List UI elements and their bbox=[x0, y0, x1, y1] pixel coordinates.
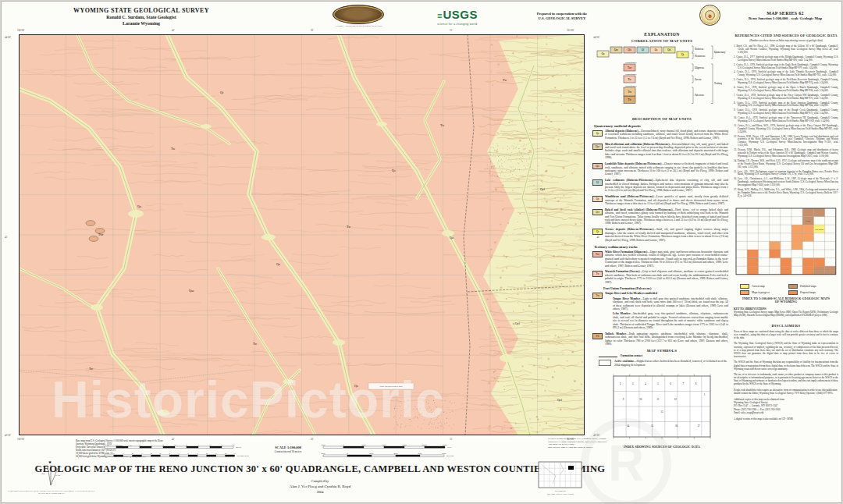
map-title: GEOLOGIC MAP OF THE RENO JUNCTION 30' x … bbox=[16, 463, 624, 475]
unit-description: Tongue River and Lebo Members undividedT… bbox=[605, 292, 728, 329]
reference-item: 14. Dunlap, C.E., Kremer, W.B., and West… bbox=[734, 160, 838, 169]
unit-description: Mixed alluvium and colluvium (Holocene/P… bbox=[605, 143, 728, 160]
unit-entry: TwrWhite River Formation (Oligocene)—Upp… bbox=[592, 250, 731, 268]
reference-list: 1. Boyd, C.S., and Ver Ploeg, A.J., 1998… bbox=[734, 45, 838, 197]
svg-text:2000: 2000 bbox=[322, 453, 326, 455]
svg-text:Unconformity: Unconformity bbox=[625, 85, 637, 87]
reference-item: 2. Coates, D.A., 1977, Surficial geologi… bbox=[734, 56, 838, 62]
disclaimer-paragraph: The Wyoming State Geological Survey (WSG… bbox=[734, 342, 838, 357]
svg-text:8: 8 bbox=[209, 444, 211, 446]
scale-label: SCALE 1:100,000 bbox=[259, 445, 317, 449]
map-series-title: Reno Junction 1:100,000 - scale Geologic… bbox=[734, 16, 837, 22]
svg-text:Twr: Twr bbox=[628, 66, 631, 69]
unit-chip: Qls bbox=[592, 163, 603, 169]
coordinate-label: 105°00' bbox=[567, 29, 574, 32]
coordinate-label: 45' bbox=[5, 236, 8, 239]
wsgs-logo-caption: "Geology — interpreting the past to prov… bbox=[311, 25, 407, 27]
disclaimer-paragraphs: Users of these maps are cautioned about … bbox=[734, 330, 838, 421]
svg-text:Qa: Qa bbox=[276, 262, 280, 266]
key-abbrev-text: Wyoming State Geological Survey maps: Ma… bbox=[734, 311, 838, 317]
svg-text:Qa: Qa bbox=[602, 52, 605, 55]
address-line: Email: sales_wsgs@uwyo.edu bbox=[734, 411, 838, 414]
unit-entry: QsWindblown sand (Holocene/Pleistocene)—… bbox=[592, 195, 731, 205]
svg-text:Gillette: Gillette bbox=[806, 220, 810, 222]
svg-text:Qcl: Qcl bbox=[557, 398, 563, 402]
wyoming-index-caption2: OF WYOMING bbox=[734, 300, 838, 303]
svg-text:4: 4 bbox=[151, 453, 152, 455]
unit-description: Wasatch Formation (Eocene)—Gray to buff … bbox=[605, 270, 728, 284]
svg-text:6000: 6000 bbox=[418, 453, 423, 455]
reference-item: 3. Coates, D.A., 1978, Surficial geologi… bbox=[734, 64, 838, 70]
agency-block: WYOMING STATE GEOLOGICAL SURVEY Ronald C… bbox=[30, 7, 253, 27]
state-geologist: Ronald C. Surdam, State Geologist bbox=[30, 15, 253, 21]
svg-text:11: 11 bbox=[657, 398, 660, 401]
svg-text:Reno Junction: Reno Junction bbox=[815, 228, 823, 229]
legend-item: Current map bbox=[740, 284, 784, 289]
svg-text:16: 16 bbox=[675, 424, 678, 428]
reference-item: 7. Coates, D.A., 1978, Surficial geologi… bbox=[734, 94, 838, 101]
reference-item: 13. Denson, N.M., Macke, D.L., and Schum… bbox=[734, 149, 838, 158]
svg-text:Oligocene: Oligocene bbox=[695, 66, 705, 69]
unit-description: Tullock Member—Drab appearing massive sa… bbox=[605, 332, 728, 346]
svg-text:Qcl: Qcl bbox=[515, 321, 521, 325]
legend-item: Maps in progress bbox=[740, 290, 784, 295]
disclaimer-paragraph: The WSGS and the State of Wyoming discla… bbox=[734, 360, 838, 370]
agency-city: Laramie Wyoming bbox=[30, 21, 253, 27]
legend-label: Proposed maps bbox=[800, 291, 816, 294]
svg-text:10000: 10000 bbox=[382, 444, 387, 446]
unit-entry: TftTullock Member—Drab appearing massive… bbox=[592, 332, 731, 346]
legend-swatch bbox=[740, 290, 749, 295]
svg-text:METERS: METERS bbox=[446, 455, 454, 457]
unit-description: Windblown sand (Holocene/Pleistocene)—Lo… bbox=[605, 195, 728, 205]
unit-chip: Twr bbox=[592, 251, 603, 257]
symbol-label: Formation contact bbox=[621, 354, 642, 357]
svg-text:Qt: Qt bbox=[681, 53, 684, 56]
svg-text:10: 10 bbox=[233, 444, 235, 446]
svg-text:Qac: Qac bbox=[614, 48, 619, 51]
svg-text:5: 5 bbox=[174, 444, 176, 446]
wyoming-index-legend: Current mapPublished mapsMaps in progres… bbox=[740, 284, 832, 295]
legend-swatch bbox=[788, 290, 798, 295]
description-title: DESCRIPTION OF MAP UNITS bbox=[592, 117, 731, 121]
unit-description: Baked and fossil rock (clinker) (Holocen… bbox=[605, 208, 728, 225]
unit-description: Lake sediments (Holocene/Pleistocene)—Ep… bbox=[605, 179, 728, 193]
svg-text:4000: 4000 bbox=[394, 453, 399, 455]
wsgs-oval-logo-icon bbox=[333, 5, 384, 24]
unit-entry: TfuTongue River and Lebo Members undivid… bbox=[592, 292, 731, 329]
reference-item: 15. Love, J.D., 1952, Preliminary report… bbox=[734, 171, 838, 177]
svg-text:Pleistocene: Pleistocene bbox=[695, 55, 706, 58]
legend-label: Current map bbox=[752, 285, 765, 288]
compilers: Alan J. Ver Ploeg and Cynthia R. Boyd bbox=[16, 484, 624, 490]
unit-chip: Ql bbox=[592, 179, 603, 186]
symbol-coal-mine: Active coal mine—Stippled areas where be… bbox=[599, 360, 731, 367]
reference-item: 16. Love, J.D., Christiansen, A.C., and … bbox=[734, 178, 838, 187]
svg-text:10: 10 bbox=[639, 398, 642, 401]
svg-text:17: 17 bbox=[698, 424, 701, 428]
svg-text:Tw: Tw bbox=[253, 342, 257, 346]
svg-text:North Antelope Rochelle Mine: North Antelope Rochelle Mine bbox=[379, 385, 403, 388]
svg-text:Qa: Qa bbox=[354, 384, 358, 388]
unit-descriptions: Quaternary surficial depositsQaAlluvial … bbox=[592, 124, 731, 346]
references-title: REFERENCES CITED AND SOURCES OF GEOLOGIC… bbox=[734, 34, 838, 38]
map-sheet: WYOMING STATE GEOLOGICAL SURVEY Ronald C… bbox=[1, 1, 842, 503]
stipple-swatch-icon bbox=[599, 360, 611, 366]
svg-text:15000: 15000 bbox=[402, 444, 407, 446]
coordinate-label: 15' bbox=[450, 438, 453, 441]
svg-text:20000: 20000 bbox=[422, 444, 428, 446]
unit-entry: QlLake sediments (Holocene/Pleistocene)—… bbox=[592, 179, 731, 193]
agency-name: WYOMING STATE GEOLOGICAL SURVEY bbox=[30, 7, 253, 15]
reference-item: 10. Coates, D.A., 1978, Surficial geolog… bbox=[734, 117, 838, 123]
unit-description: White River Formation (Oligocene)—Upper … bbox=[605, 250, 728, 268]
svg-text:Eocene: Eocene bbox=[695, 78, 702, 81]
svg-text:2: 2 bbox=[132, 453, 133, 455]
svg-text:Qcl: Qcl bbox=[667, 48, 671, 51]
unit-entry: QaAlluvial deposits (Holocene)—Unconsoli… bbox=[592, 130, 731, 140]
explanation-column: EXPLANATION CORRELATION OF MAP UNITS QaQ… bbox=[592, 32, 731, 449]
svg-text:6: 6 bbox=[169, 453, 171, 455]
unit-description: Landslide/Talus deposits (Holocene/Pleis… bbox=[605, 162, 728, 176]
legend-swatch bbox=[740, 284, 749, 289]
svg-text:Qs: Qs bbox=[392, 169, 396, 172]
svg-text:12: 12 bbox=[674, 398, 678, 401]
svg-text:3: 3 bbox=[151, 444, 152, 446]
coordinate-label: 45' bbox=[172, 29, 175, 32]
